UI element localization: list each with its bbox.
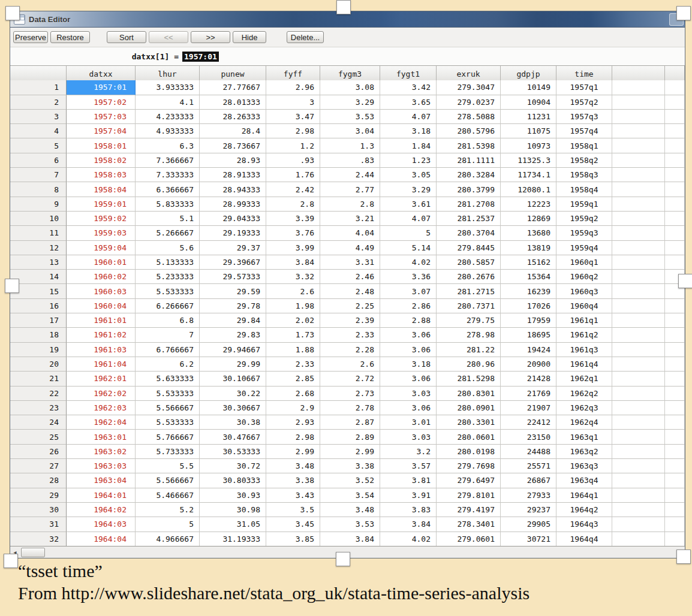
cell-exruk[interactable]: 279.4197 [437, 503, 501, 517]
cell-fygt1[interactable]: 2.88 [380, 313, 437, 328]
cell-lhur[interactable]: 4.1 [136, 95, 200, 110]
cell-lhur[interactable]: 5.566667 [136, 401, 200, 415]
cell-empty[interactable] [665, 299, 685, 313]
cell-datxx[interactable]: 1962:03 [67, 401, 136, 415]
cell-fygm3[interactable]: 3.31 [320, 255, 380, 270]
cell-exruk[interactable]: 279.8101 [437, 488, 501, 503]
cell-fygm3[interactable]: 2.78 [320, 401, 380, 415]
cell-empty[interactable] [612, 401, 665, 415]
cell-datxx[interactable]: 1961:01 [67, 313, 136, 328]
cell-time[interactable]: 1958q3 [556, 168, 612, 182]
cell-fygt1[interactable]: 4.07 [380, 110, 437, 124]
cell-empty[interactable] [612, 270, 665, 284]
row-number[interactable]: 17 [10, 313, 67, 328]
cell-fygt1[interactable]: 3.36 [380, 270, 437, 284]
cell-punew[interactable]: 27.77667 [200, 80, 266, 95]
cell-fygm3[interactable]: 2.77 [320, 182, 380, 197]
cell-punew[interactable]: 30.98 [200, 503, 266, 517]
cell-time[interactable]: 1962q1 [556, 372, 612, 386]
cell-empty[interactable] [612, 80, 665, 95]
cell-time[interactable]: 1957q1 [556, 80, 612, 95]
cell-datxx[interactable]: 1961:04 [67, 357, 136, 372]
cell-exruk[interactable]: 280.3704 [437, 226, 501, 240]
cell-punew[interactable]: 29.19333 [200, 226, 266, 240]
cell-empty[interactable] [665, 168, 685, 182]
cell-gdpjp[interactable]: 19424 [501, 343, 556, 357]
cell-fygm3[interactable]: 2.87 [320, 415, 380, 430]
cell-fygt1[interactable]: 4.07 [380, 212, 437, 226]
cell-fygm3[interactable]: 2.39 [320, 313, 380, 328]
cell-gdpjp[interactable]: 21769 [501, 386, 556, 401]
cell-fygm3[interactable]: 2.28 [320, 343, 380, 357]
cell-time[interactable]: 1960q4 [556, 299, 612, 313]
cell-exruk[interactable]: 279.0237 [437, 95, 501, 110]
cell-empty[interactable] [612, 488, 665, 503]
cell-time[interactable]: 1958q2 [556, 153, 612, 168]
cell-empty[interactable] [665, 153, 685, 168]
cell-fygm3[interactable]: 3.54 [320, 488, 380, 503]
cell-punew[interactable]: 28.01333 [200, 95, 266, 110]
row-number[interactable]: 27 [10, 459, 67, 473]
cell-gdpjp[interactable]: 15364 [501, 270, 556, 284]
cell-empty[interactable] [612, 517, 665, 532]
column-header-fygm3[interactable]: fygm3 [320, 66, 380, 82]
cell-empty[interactable] [612, 138, 665, 153]
cell-fyff[interactable]: 3.43 [266, 488, 320, 503]
cell-exruk[interactable]: 281.2537 [437, 212, 501, 226]
cell-lhur[interactable]: 4.966667 [136, 532, 200, 546]
column-header-punew[interactable]: punew [200, 66, 266, 82]
cell-empty[interactable] [665, 401, 685, 415]
cell-gdpjp[interactable]: 18695 [501, 328, 556, 342]
cell-empty[interactable] [665, 430, 685, 444]
cell-fygm3[interactable]: .83 [320, 153, 380, 168]
cell-fygm3[interactable]: 2.33 [320, 328, 380, 342]
cell-fygt1[interactable]: 3.01 [380, 415, 437, 430]
cell-fygt1[interactable]: 3.57 [380, 459, 437, 473]
cell-punew[interactable]: 28.4 [200, 124, 266, 138]
cell-fyff[interactable]: 1.76 [266, 168, 320, 182]
cell-empty[interactable] [612, 313, 665, 328]
cell-gdpjp[interactable]: 22412 [501, 415, 556, 430]
cell-exruk[interactable]: 280.3301 [437, 415, 501, 430]
cell-exruk[interactable]: 281.2715 [437, 284, 501, 298]
cell-time[interactable]: 1963q1 [556, 430, 612, 444]
cell-time[interactable]: 1962q2 [556, 386, 612, 401]
cell-datxx[interactable]: 1963:04 [67, 473, 136, 488]
cell-time[interactable]: 1964q4 [556, 532, 612, 546]
cell-punew[interactable]: 29.39667 [200, 255, 266, 270]
cell-gdpjp[interactable]: 12080.1 [501, 182, 556, 197]
cell-lhur[interactable]: 5.233333 [136, 270, 200, 284]
column-header-exruk[interactable]: exruk [437, 66, 501, 82]
row-number[interactable]: 29 [10, 488, 67, 503]
cell-fygt1[interactable]: 3.65 [380, 95, 437, 110]
cell-gdpjp[interactable]: 30721 [501, 532, 556, 546]
cell-lhur[interactable]: 5 [136, 517, 200, 532]
cell-empty[interactable] [665, 138, 685, 153]
cell-time[interactable]: 1958q1 [556, 138, 612, 153]
cell-gdpjp[interactable]: 11734.1 [501, 168, 556, 182]
cell-punew[interactable]: 30.93 [200, 488, 266, 503]
cell-fygt1[interactable]: 4.02 [380, 255, 437, 270]
cell-empty[interactable] [665, 226, 685, 240]
cell-exruk[interactable]: 278.3401 [437, 517, 501, 532]
cell-datxx[interactable]: 1961:03 [67, 343, 136, 357]
cell-gdpjp[interactable]: 27933 [501, 488, 556, 503]
cell-fyff[interactable]: 3.45 [266, 517, 320, 532]
cell-fygm3[interactable]: 2.99 [320, 445, 380, 459]
cell-empty[interactable] [665, 241, 685, 255]
cell-punew[interactable]: 29.37 [200, 241, 266, 255]
next-variable-button[interactable]: >> [191, 31, 230, 43]
cell-gdpjp[interactable]: 21428 [501, 372, 556, 386]
cell-fyff[interactable]: 3.99 [266, 241, 320, 255]
cell-empty[interactable] [612, 168, 665, 182]
cell-fygt1[interactable]: 3.29 [380, 182, 437, 197]
cell-lhur[interactable]: 5.766667 [136, 430, 200, 444]
cell-gdpjp[interactable]: 11075 [501, 124, 556, 138]
cell-punew[interactable]: 30.22 [200, 386, 266, 401]
row-number[interactable]: 6 [10, 153, 67, 168]
cell-fyff[interactable]: 1.2 [266, 138, 320, 153]
cell-exruk[interactable]: 280.96 [437, 357, 501, 372]
cell-fygm3[interactable]: 1.3 [320, 138, 380, 153]
cell-fyff[interactable]: .93 [266, 153, 320, 168]
cell-punew[interactable]: 29.99 [200, 357, 266, 372]
